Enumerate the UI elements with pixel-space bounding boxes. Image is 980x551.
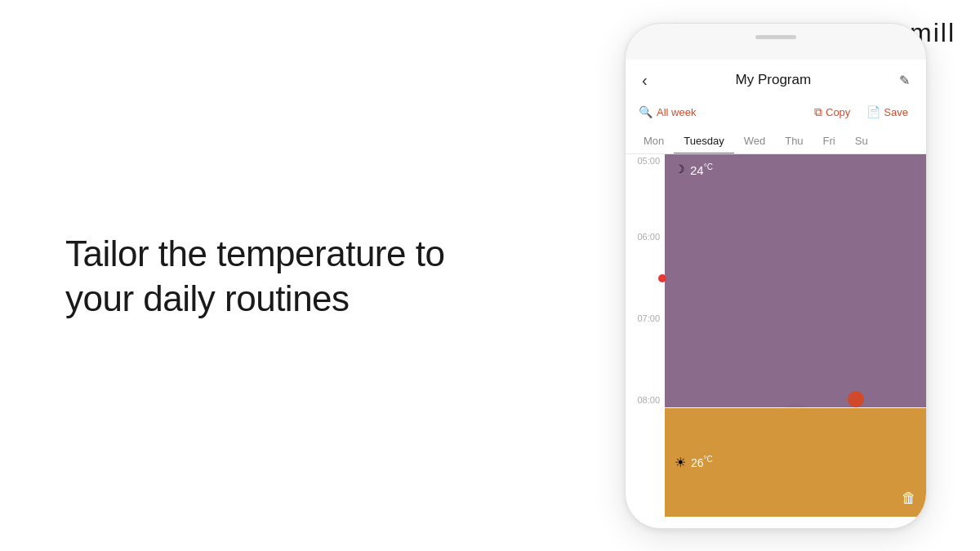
comfort-temp-label: 26°C — [691, 455, 713, 469]
tab-mon[interactable]: Mon — [634, 128, 674, 153]
comfort-temp-block[interactable]: ☀ 26°C 🗑 — [665, 408, 926, 517]
phone-frame: ‹ My Program ✎ 🔍 All week ⧉ Copy 📄 Save — [625, 23, 927, 529]
orange-handle-dot[interactable] — [848, 391, 864, 407]
copy-icon: ⧉ — [814, 105, 822, 119]
time-0600: 06:00 — [626, 232, 660, 242]
phone-screen: ‹ My Program ✎ 🔍 All week ⧉ Copy 📄 Save — [626, 60, 926, 528]
sun-icon: ☀ — [675, 455, 686, 470]
copy-button[interactable]: ⧉ Copy — [809, 103, 855, 122]
tab-tuesday[interactable]: Tuesday — [674, 128, 733, 153]
allweek-button[interactable]: 🔍 All week — [639, 105, 696, 118]
save-label: Save — [884, 106, 908, 118]
tab-wed[interactable]: Wed — [734, 128, 776, 153]
time-0800: 08:00 — [626, 395, 660, 405]
save-icon: 📄 — [866, 105, 880, 118]
copy-label: Copy — [826, 106, 850, 118]
schedule-area: 05:00 06:00 07:00 08:00 ☽ 24°C ⇅ — [626, 154, 926, 517]
search-icon: 🔍 — [639, 105, 653, 118]
save-button[interactable]: 📄 Save — [862, 103, 913, 121]
main-heading: Tailor the temperature to your daily rou… — [65, 231, 490, 321]
app-header: ‹ My Program ✎ — [626, 60, 926, 98]
app-title: My Program — [736, 72, 812, 88]
sleep-temp-label: 24°C — [690, 162, 713, 177]
edit-button[interactable]: ✎ — [899, 73, 910, 88]
phone-speaker — [755, 35, 796, 39]
phone-mockup: ‹ My Program ✎ 🔍 All week ⧉ Copy 📄 Save — [572, 0, 980, 551]
back-button[interactable]: ‹ — [642, 71, 648, 90]
time-indicator-dot — [658, 274, 666, 282]
time-labels: 05:00 06:00 07:00 08:00 — [626, 154, 665, 517]
day-tabs: Mon Tuesday Wed Thu Fri Su — [626, 128, 926, 154]
tab-fri[interactable]: Fri — [813, 128, 845, 153]
moon-icon: ☽ — [675, 162, 685, 176]
sleep-temp-block[interactable]: ☽ 24°C — [665, 154, 926, 407]
toolbar: 🔍 All week ⧉ Copy 📄 Save — [626, 98, 926, 128]
time-0700: 07:00 — [626, 313, 660, 323]
time-0500: 05:00 — [626, 156, 660, 166]
delete-button[interactable]: 🗑 — [902, 490, 916, 507]
allweek-label: All week — [657, 106, 696, 118]
left-content: Tailor the temperature to your daily rou… — [65, 231, 490, 321]
tab-su[interactable]: Su — [845, 128, 878, 153]
tab-thu[interactable]: Thu — [775, 128, 813, 153]
